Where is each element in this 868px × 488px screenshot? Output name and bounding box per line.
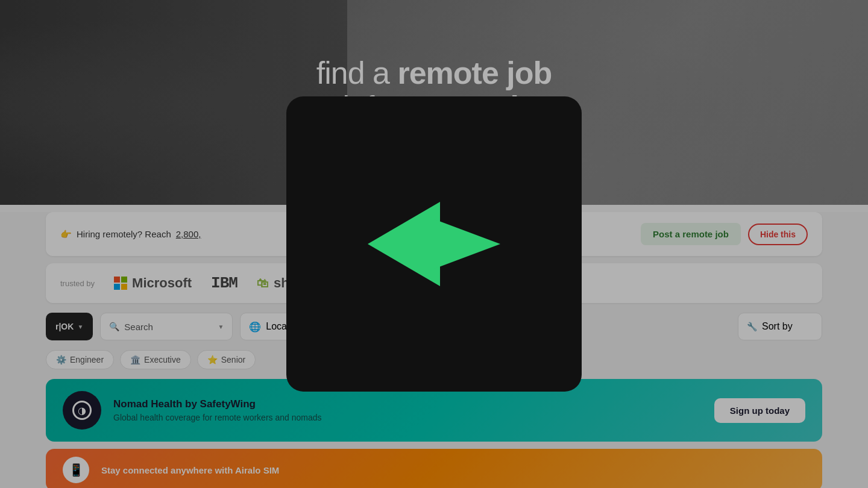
app-logo-container	[356, 190, 512, 298]
modal-box	[286, 96, 582, 392]
app-logo-svg	[356, 190, 512, 298]
right-arrow-shape	[428, 217, 500, 271]
modal-overlay[interactable]	[0, 0, 868, 488]
